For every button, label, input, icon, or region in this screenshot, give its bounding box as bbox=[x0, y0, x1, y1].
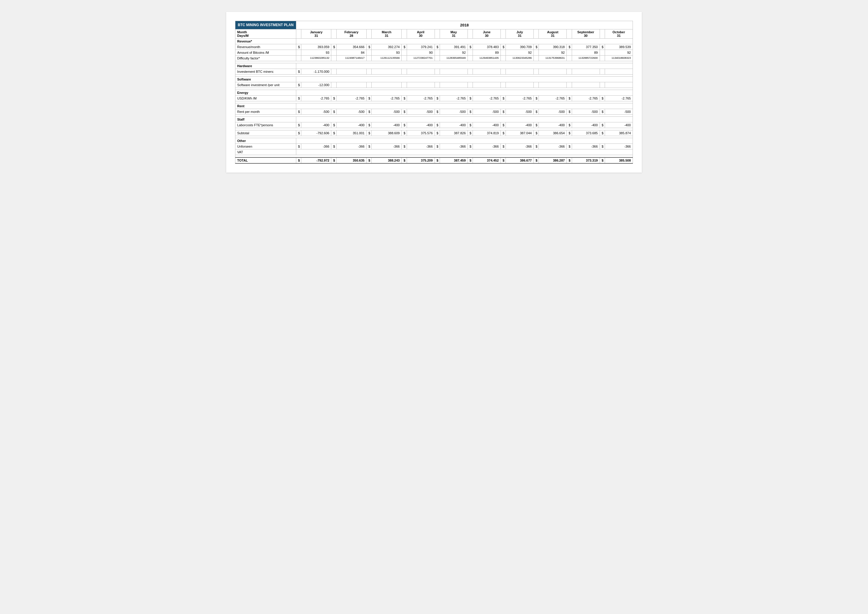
rent-d5: $ bbox=[435, 109, 440, 115]
hw-may bbox=[440, 69, 468, 75]
total-jan: -792.972 bbox=[301, 157, 331, 163]
difficulty-may: 1128365485949 bbox=[440, 56, 468, 61]
rent-d3: $ bbox=[366, 109, 371, 115]
spacer-5 bbox=[236, 115, 633, 117]
r1-d10: $ bbox=[600, 44, 605, 50]
rent-jul: -500 bbox=[506, 109, 534, 115]
jun-dollar-header bbox=[468, 30, 473, 39]
sw-d2 bbox=[331, 82, 336, 88]
subtotal-jul: 387.044 bbox=[506, 131, 534, 136]
diff-d3 bbox=[366, 56, 371, 61]
sw-jan: -12.000 bbox=[301, 82, 331, 88]
revenue-section-label: Revenue* bbox=[236, 39, 296, 44]
rent-section-empty bbox=[296, 103, 633, 109]
difficulty-jan: 1123863285132 bbox=[301, 56, 331, 61]
subtotal-dollar: $ bbox=[296, 131, 301, 136]
sw-d8 bbox=[534, 82, 539, 88]
staff-dollar: $ bbox=[296, 123, 301, 128]
col-header-apr: April30 bbox=[407, 30, 435, 39]
month-text: Month bbox=[237, 30, 247, 34]
hw-d8 bbox=[534, 69, 539, 75]
staff-d3: $ bbox=[366, 123, 371, 128]
subtotal-aug: 386.654 bbox=[539, 131, 567, 136]
bitcoins-jun: 89 bbox=[473, 50, 501, 56]
total-label: TOTAL bbox=[236, 157, 296, 163]
spacer-8 bbox=[236, 155, 633, 157]
r1-d9: $ bbox=[567, 44, 572, 50]
col-header-sep: September30 bbox=[572, 30, 600, 39]
en-jan: -2.765 bbox=[301, 96, 331, 101]
difficulty-feb: 1124987148417 bbox=[336, 56, 366, 61]
rent-d2: $ bbox=[331, 109, 336, 115]
rent-may: -500 bbox=[440, 109, 468, 115]
bitcoins-aug: 92 bbox=[539, 50, 567, 56]
col-header-oct: October31 bbox=[605, 30, 632, 39]
r1-d6: $ bbox=[468, 44, 473, 50]
bitcoins-mar: 93 bbox=[372, 50, 401, 56]
en-mar: -2.765 bbox=[372, 96, 401, 101]
staff-apr: -400 bbox=[407, 123, 435, 128]
rent-feb: -500 bbox=[336, 109, 366, 115]
revenue-month-dollar: $ bbox=[296, 44, 301, 50]
sub-d6: $ bbox=[468, 131, 473, 136]
bitcoins-label: Amount of Bitcoins /M bbox=[236, 50, 296, 56]
feb-dollar-header bbox=[331, 30, 336, 39]
en-oct: -2.765 bbox=[605, 96, 632, 101]
total-jul: 386.677 bbox=[506, 157, 534, 163]
b-d2 bbox=[331, 50, 336, 56]
rent-d7: $ bbox=[501, 109, 506, 115]
hw-d5 bbox=[435, 69, 440, 75]
en-d10: $ bbox=[600, 96, 605, 101]
subtotal-label: Subtotal bbox=[236, 131, 296, 136]
en-d6: $ bbox=[468, 96, 473, 101]
r1-d7: $ bbox=[501, 44, 506, 50]
jul-dollar-header bbox=[501, 30, 506, 39]
staff-d6: $ bbox=[468, 123, 473, 128]
b-d5 bbox=[435, 50, 440, 56]
oth-d2: $ bbox=[331, 144, 336, 149]
col-header-mar: March31 bbox=[372, 30, 401, 39]
sw-jun bbox=[473, 82, 501, 88]
oth-d5: $ bbox=[435, 144, 440, 149]
oth-d3: $ bbox=[366, 144, 371, 149]
rent-d10: $ bbox=[600, 109, 605, 115]
sw-jul bbox=[506, 82, 534, 88]
rent-aug: -500 bbox=[539, 109, 567, 115]
oth-d7: $ bbox=[501, 144, 506, 149]
staff-jun: -400 bbox=[473, 123, 501, 128]
revenue-month-may: 391.491 bbox=[440, 44, 468, 50]
vat-values bbox=[296, 149, 633, 155]
tot-d5: $ bbox=[435, 157, 440, 163]
sw-mar bbox=[372, 82, 401, 88]
bitcoins-jan: 93 bbox=[301, 50, 331, 56]
difficulty-jun: 1129493851435 bbox=[473, 56, 501, 61]
unforseen-aug: -366 bbox=[539, 144, 567, 149]
rent-d8: $ bbox=[534, 109, 539, 115]
subtotal-apr: 375.576 bbox=[407, 131, 435, 136]
sub-d10: $ bbox=[600, 131, 605, 136]
en-may: -2.765 bbox=[440, 96, 468, 101]
oth-d10: $ bbox=[600, 144, 605, 149]
subtotal-jun: 374.819 bbox=[473, 131, 501, 136]
staff-mar: -400 bbox=[372, 123, 401, 128]
col-header-jan: January31 bbox=[301, 30, 331, 39]
revenue-month-aug: 390.318 bbox=[539, 44, 567, 50]
unforseen-label: Unforseen bbox=[236, 144, 296, 149]
en-d5: $ bbox=[435, 96, 440, 101]
staff-row-label: Laborcosts FTE*persons bbox=[236, 123, 296, 128]
staff-may: -400 bbox=[440, 123, 468, 128]
en-d2: $ bbox=[331, 96, 336, 101]
tot-d8: $ bbox=[534, 157, 539, 163]
col-header-aug: August31 bbox=[539, 30, 567, 39]
hw-sep bbox=[572, 69, 600, 75]
revenue-month-sep: 377.350 bbox=[572, 44, 600, 50]
software-row-label: Software investment /per unit bbox=[236, 82, 296, 88]
rent-d4: $ bbox=[401, 109, 407, 115]
sw-dollar: $ bbox=[296, 82, 301, 88]
rent-jan: -500 bbox=[301, 109, 331, 115]
rent-d9: $ bbox=[567, 109, 572, 115]
revenue-month-apr: 379.241 bbox=[407, 44, 435, 50]
energy-section-label: Energy bbox=[236, 90, 296, 96]
total-mar: 388.243 bbox=[372, 157, 401, 163]
diff-d6 bbox=[468, 56, 473, 61]
